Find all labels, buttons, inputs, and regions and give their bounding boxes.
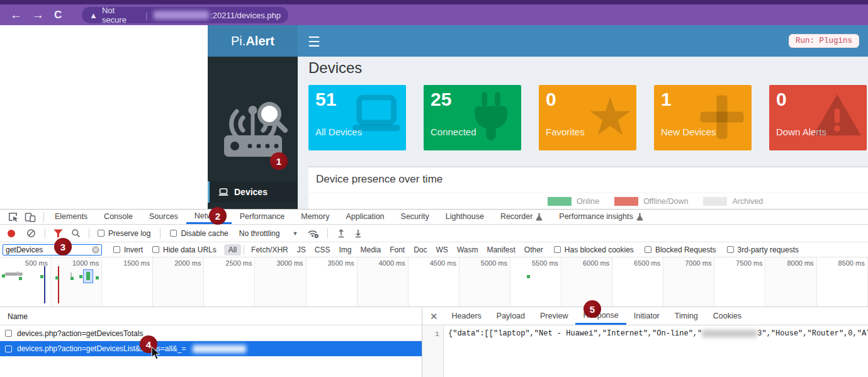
not-secure-warning-icon: ▲	[89, 11, 98, 20]
checkbox[interactable]	[5, 330, 12, 337]
checkbox[interactable]	[554, 246, 561, 253]
tab-payload[interactable]: Payload	[489, 308, 533, 325]
reload-button[interactable]: C	[54, 9, 62, 21]
checkbox[interactable]	[645, 246, 651, 253]
clear-icon[interactable]	[26, 228, 36, 238]
line-number-gutter: 1	[422, 326, 444, 377]
checkbox[interactable]	[98, 230, 104, 237]
forward-button[interactable]: →	[32, 8, 44, 22]
request-row-selected[interactable]: devices.php?action=getDevicesList&status…	[0, 341, 422, 356]
filter-icon[interactable]	[54, 229, 63, 238]
has-blocked-cookies-checkbox[interactable]: Has blocked cookies	[554, 245, 634, 254]
legend-archived: Archived	[703, 197, 763, 206]
chevron-down-icon: ▼	[292, 230, 298, 237]
network-timeline[interactable]: 500 ms1000 ms1500 ms2000 ms2500 ms3000 m…	[0, 257, 868, 307]
name-column-header[interactable]: Name	[0, 308, 422, 325]
blocked-requests-checkbox[interactable]: Blocked Requests	[645, 245, 716, 254]
filter-chip-fetch-xhr[interactable]: Fetch/XHR	[247, 244, 293, 256]
card-down-alerts[interactable]: 0 Down Alerts	[769, 85, 867, 150]
timeline-column: 6000 ms	[561, 257, 612, 307]
detail-tabbar: ✕ Headers Payload Preview Response Initi…	[422, 308, 868, 325]
filter-chip-css[interactable]: CSS	[310, 244, 335, 256]
device-toolbar-icon[interactable]	[25, 212, 36, 222]
timeline-column: 2500 ms	[204, 257, 255, 307]
tab-headers[interactable]: Headers	[444, 308, 489, 325]
tab-timing[interactable]: Timing	[667, 308, 706, 325]
filter-chip-img[interactable]: Img	[334, 244, 356, 256]
toolbar-separator	[45, 228, 45, 239]
filter-input[interactable]: getDevices ✕	[3, 244, 102, 256]
waterfall-vline	[44, 266, 45, 303]
checkbox[interactable]	[152, 246, 159, 253]
sidebar-item-devices[interactable]: Devices	[208, 181, 298, 203]
address-bar[interactable]: ▲ Not secure | :20211/devices.php	[82, 7, 288, 23]
preserve-log-checkbox[interactable]: Preserve log	[98, 229, 150, 238]
annotation-badge-2: 2	[209, 207, 227, 225]
legend-online: Online	[548, 197, 599, 206]
waterfall-dot	[79, 275, 82, 278]
checkbox[interactable]	[170, 230, 177, 237]
checkbox[interactable]	[113, 246, 120, 253]
search-icon[interactable]	[71, 228, 81, 238]
waterfall-dot	[40, 275, 43, 278]
tab-recorder[interactable]: Recorder	[492, 210, 551, 224]
timeline-column: 5000 ms	[459, 257, 510, 307]
card-connected[interactable]: 25 Connected	[424, 85, 521, 150]
request-row[interactable]: devices.php?action=getDevicesTotals	[0, 326, 422, 341]
card-all-devices[interactable]: 51 All Devices	[308, 85, 406, 150]
tab-sources[interactable]: Sources	[141, 210, 186, 224]
tab-cookies[interactable]: Cookies	[706, 308, 749, 325]
filter-chip-font[interactable]: Font	[385, 244, 409, 256]
response-body[interactable]: {"data":[["laptop","Net - Huawei","Inter…	[448, 329, 868, 338]
clear-filter-icon[interactable]: ✕	[92, 246, 99, 254]
waterfall-bar	[5, 273, 23, 276]
waterfall-tick	[17, 271, 18, 276]
filter-chip-media[interactable]: Media	[356, 244, 385, 256]
tab-lighthouse[interactable]: Lighthouse	[437, 210, 492, 224]
network-conditions-icon[interactable]	[307, 228, 319, 239]
tab-console[interactable]: Console	[96, 210, 141, 224]
throttling-dropdown[interactable]: No throttling ▼	[239, 229, 298, 238]
filter-chip-ws[interactable]: WS	[432, 244, 453, 256]
pialert-logo[interactable]: Pi.Alert	[208, 25, 298, 57]
filter-chip-wasm[interactable]: Wasm	[453, 244, 483, 256]
hamburger-menu-icon[interactable]: ☰	[308, 34, 320, 50]
toolbar-separator	[43, 212, 44, 222]
timeline-column: 2000 ms	[153, 257, 204, 307]
tab-preview[interactable]: Preview	[533, 308, 575, 325]
tab-performance-insights[interactable]: Performance insights	[551, 210, 651, 224]
address-separator: |	[145, 11, 147, 20]
timeline-column: 7000 ms	[663, 257, 714, 307]
import-har-icon[interactable]	[337, 228, 346, 238]
filter-chip-manifest[interactable]: Manifest	[482, 244, 519, 256]
legend-swatch-online	[548, 197, 572, 206]
tab-initiator[interactable]: Initiator	[626, 308, 667, 325]
export-har-icon[interactable]	[354, 228, 363, 238]
not-secure-label: Not secure	[102, 6, 140, 25]
toolbar-separator	[160, 228, 161, 239]
checkbox[interactable]	[5, 346, 12, 352]
hide-data-urls-checkbox[interactable]: Hide data URLs	[152, 245, 217, 254]
disable-cache-checkbox[interactable]: Disable cache	[170, 229, 228, 238]
tab-elements[interactable]: Elements	[47, 210, 96, 224]
card-favorites[interactable]: 0 Favorites ★	[539, 85, 636, 150]
filter-chip-doc[interactable]: Doc	[409, 244, 431, 256]
tab-memory[interactable]: Memory	[293, 210, 337, 224]
inspect-element-icon[interactable]	[8, 211, 18, 222]
run-plugins-button[interactable]: Run: Plugins	[789, 34, 859, 48]
close-icon[interactable]: ✕	[430, 311, 438, 322]
tab-application[interactable]: Application	[337, 210, 392, 224]
tab-security[interactable]: Security	[393, 210, 437, 224]
record-button[interactable]	[8, 230, 15, 237]
invert-checkbox[interactable]: Invert	[113, 245, 143, 254]
filter-chip-other[interactable]: Other	[520, 244, 548, 256]
back-button[interactable]: ←	[10, 8, 22, 22]
filter-chip-js[interactable]: JS	[293, 244, 310, 256]
redacted-host	[154, 11, 209, 20]
third-party-requests-checkbox[interactable]: 3rd-party requests	[727, 245, 799, 254]
waterfall-vline	[58, 266, 59, 303]
card-new-devices[interactable]: 1 New Devices	[654, 85, 752, 150]
filter-chip-all[interactable]: All	[224, 244, 241, 256]
checkbox[interactable]	[727, 246, 734, 253]
tab-performance[interactable]: Performance	[232, 210, 293, 224]
